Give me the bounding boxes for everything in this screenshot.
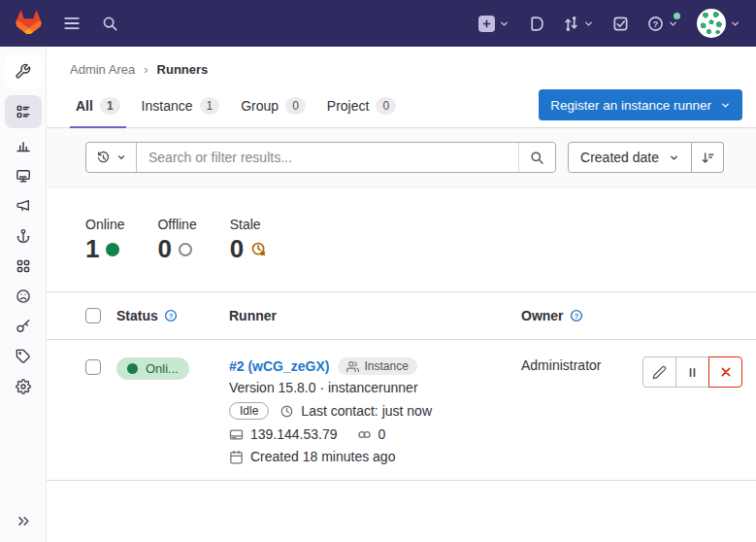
select-all-checkbox[interactable] <box>85 308 101 323</box>
close-x-icon <box>719 365 733 379</box>
tab-instance[interactable]: Instance 1 <box>136 86 226 128</box>
runner-last-contact: Last contact: just now <box>301 403 432 419</box>
sidebar-item-messages[interactable] <box>5 190 42 220</box>
register-instance-runner-button[interactable]: Register an instance runner <box>539 89 742 120</box>
chevron-down-icon <box>116 152 126 162</box>
stat-label: Stale <box>230 217 267 232</box>
runner-created: Created 18 minutes ago <box>250 449 395 464</box>
breadcrumb-admin-area[interactable]: Admin Area <box>70 62 135 77</box>
search-icon[interactable] <box>102 16 118 32</box>
sidebar-item-monitoring[interactable] <box>5 160 42 190</box>
sidebar-item-applications[interactable] <box>5 251 42 281</box>
status-badge-label: Onli... <box>146 361 179 376</box>
gear-icon <box>16 379 31 394</box>
users-icon <box>346 360 359 373</box>
owner-help-icon[interactable]: ? <box>570 309 583 322</box>
runner-type-badge: Instance <box>338 357 416 375</box>
sidebar-item-admin-area[interactable] <box>5 53 42 89</box>
frown-face-icon <box>16 288 31 304</box>
chevron-right-icon: › <box>144 62 148 77</box>
sidebar-item-deploy-keys[interactable] <box>5 311 42 341</box>
status-help-icon[interactable]: ? <box>164 309 178 322</box>
runner-tabs-bar: All 1 Instance 1 Group 0 Project 0 Regis… <box>47 86 756 128</box>
new-menu-button[interactable] <box>478 16 509 32</box>
runner-table-row: Onli... #2 (wCG_zeGX) Instance Version 1… <box>47 340 756 481</box>
search-input[interactable] <box>137 150 518 165</box>
col-header-owner: Owner <box>521 308 564 323</box>
svg-text:?: ? <box>653 18 659 28</box>
filtered-search-box <box>85 142 556 173</box>
runner-owner-link[interactable]: Administrator <box>521 357 601 373</box>
search-submit-button[interactable] <box>518 143 555 172</box>
chevron-down-icon <box>499 18 509 29</box>
wrench-icon <box>15 63 31 80</box>
breadcrumb: Admin Area › Runners <box>47 47 756 86</box>
tab-label: All <box>76 98 93 114</box>
runner-name-link[interactable]: #2 (wCG_zeGX) <box>229 358 329 374</box>
tab-project[interactable]: Project 0 <box>321 86 402 128</box>
svg-text:?: ? <box>574 312 578 321</box>
online-dot-icon <box>127 363 138 374</box>
row-checkbox[interactable] <box>85 359 101 375</box>
runner-status-badge: Onli... <box>116 357 189 380</box>
user-menu[interactable] <box>697 9 740 38</box>
stat-label: Offline <box>157 217 196 232</box>
merge-requests-button[interactable] <box>563 16 594 32</box>
stat-label: Online <box>85 217 124 232</box>
sort-direction-button[interactable] <box>692 142 724 173</box>
chevron-down-icon <box>583 18 594 29</box>
plus-icon <box>478 16 495 32</box>
sidebar-item-analytics[interactable] <box>5 130 42 160</box>
issues-icon[interactable] <box>528 16 544 32</box>
chevron-down-icon <box>720 100 731 111</box>
link-icon <box>357 427 372 442</box>
tab-count-badge: 1 <box>200 97 220 115</box>
chevron-down-icon <box>730 18 740 29</box>
sort-by-dropdown[interactable]: Created date <box>568 142 692 173</box>
tab-count-badge: 0 <box>285 97 306 115</box>
sidebar-item-system-hooks[interactable] <box>5 220 42 251</box>
tab-group[interactable]: Group 0 <box>235 86 312 128</box>
hamburger-menu-icon[interactable] <box>63 15 81 32</box>
sidebar-item-overview[interactable] <box>5 95 42 128</box>
sort-by-label: Created date <box>580 150 659 165</box>
svg-text:?: ? <box>169 312 174 321</box>
runner-ip-address: 139.144.53.79 <box>250 426 338 442</box>
host-ip-icon <box>229 427 244 442</box>
todo-list-icon[interactable] <box>612 16 629 32</box>
sidebar-item-abuse-reports[interactable] <box>5 281 42 311</box>
runner-stats: Online 1 Offline 0 Stale 0 <box>47 187 756 291</box>
sidebar-item-settings[interactable] <box>5 371 42 401</box>
avatar <box>697 9 726 38</box>
edit-runner-button[interactable] <box>642 356 676 388</box>
merge-request-icon <box>563 16 579 32</box>
search-icon <box>530 151 544 165</box>
type-badge-label: Instance <box>364 359 408 373</box>
pause-icon <box>686 366 699 379</box>
runner-version: Version 15.8.0 · instancerunner <box>229 380 521 395</box>
tab-all[interactable]: All 1 <box>70 86 126 128</box>
question-circle-icon: ? <box>647 16 664 32</box>
gitlab-logo-icon[interactable] <box>16 11 42 36</box>
tab-count-badge: 0 <box>376 97 396 115</box>
clock-icon <box>279 404 294 419</box>
bar-chart-icon <box>16 138 31 153</box>
stat-value: 0 <box>230 234 244 264</box>
help-button[interactable]: ? <box>647 16 678 32</box>
top-navbar: ? <box>0 0 756 47</box>
tab-label: Group <box>241 98 279 114</box>
sidebar-item-labels[interactable] <box>5 341 42 371</box>
tab-label: Instance <box>142 98 193 114</box>
tab-count-badge: 1 <box>100 97 120 115</box>
search-history-button[interactable] <box>86 143 137 172</box>
label-tag-icon <box>16 349 31 364</box>
delete-runner-button[interactable] <box>708 356 742 388</box>
tab-label: Project <box>327 98 370 114</box>
collapse-sidebar-button[interactable] <box>0 514 47 528</box>
notification-dot <box>674 13 680 19</box>
pause-runner-button[interactable] <box>675 356 709 388</box>
key-icon <box>16 319 31 334</box>
pencil-icon <box>652 365 667 380</box>
main-content: Admin Area › Runners All 1 Instance 1 Gr… <box>47 0 756 481</box>
overview-list-icon <box>16 104 31 119</box>
